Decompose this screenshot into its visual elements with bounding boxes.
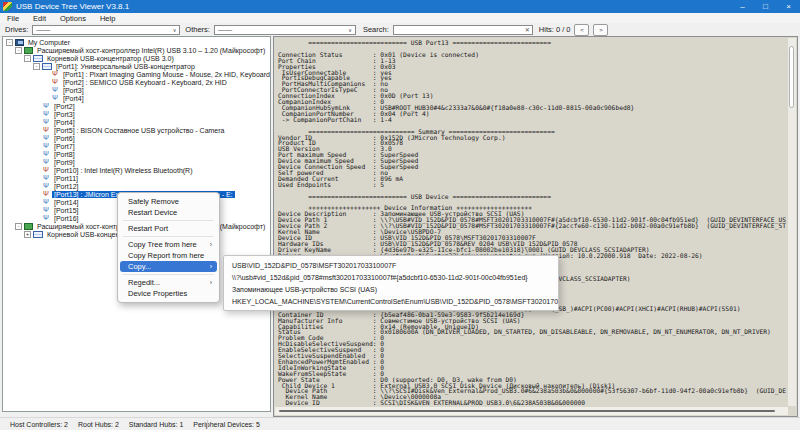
- tree-indent: [3, 106, 33, 107]
- port-off-icon: Ψ: [42, 142, 50, 150]
- menu-edit[interactable]: Edit: [26, 14, 53, 23]
- others-combobox[interactable]: —— ∨: [214, 25, 356, 35]
- tree-item-label: [Port11]: [52, 175, 80, 182]
- previous-hit-button[interactable]: <: [574, 24, 589, 36]
- context-menu-item[interactable]: Copy Tree from here›: [118, 239, 219, 250]
- context-menu-item[interactable]: Device Properties: [118, 288, 219, 299]
- minimize-button[interactable]: –: [731, 0, 754, 13]
- context-menu-item[interactable]: Restart Device: [118, 207, 219, 218]
- tree-item[interactable]: -My Computer: [3, 38, 270, 46]
- vertical-scrollbar[interactable]: [788, 38, 796, 406]
- tree-item-label: [Port6]: [52, 135, 77, 142]
- tree-item[interactable]: -Расширяемый хост-контроллер Intel(R) US…: [3, 46, 270, 54]
- context-menu-item[interactable]: Safely Remove: [118, 196, 219, 207]
- tree-item[interactable]: Ψ[Port2] : SEMICO USB Keyboard - Keyboar…: [3, 78, 270, 86]
- context-menu-item[interactable]: Regedit...›: [118, 277, 219, 288]
- tree-indent: [3, 170, 33, 171]
- tree-indent: [33, 154, 42, 155]
- tree-item[interactable]: Ψ[Port1] : Pixart Imaging Gaming Mouse -…: [3, 70, 270, 78]
- context-menu-item[interactable]: Copy...›: [120, 261, 217, 272]
- tree-item[interactable]: Ψ[Port10] : Intel Intel(R) Wireless Blue…: [3, 166, 270, 174]
- tree-expand-toggle[interactable]: +: [24, 231, 31, 238]
- hits-counter: Hits: 0 / 0: [539, 25, 571, 34]
- tree-item[interactable]: Ψ[Port2]: [3, 102, 270, 110]
- vertical-scrollbar-thumb[interactable]: [789, 46, 794, 108]
- others-label: Others:: [185, 25, 210, 34]
- context-menu-item-label: Copy Tree from here: [128, 240, 197, 249]
- tree-indent: [33, 194, 42, 195]
- tree-indent: [33, 218, 42, 219]
- context-menu-item[interactable]: Copy Report from here: [118, 250, 219, 261]
- tree-indent: [33, 114, 42, 115]
- tree-indent: [3, 130, 33, 131]
- tree-item[interactable]: Ψ[Port11]: [3, 174, 270, 182]
- tree-indent: [3, 66, 33, 67]
- tree-indent: [42, 98, 51, 99]
- copy-submenu-item[interactable]: Запоминающее USB-устройство SCSI (UAS): [224, 283, 558, 295]
- chevron-down-icon: ∨: [348, 27, 352, 33]
- search-input[interactable]: [394, 26, 523, 33]
- port-off-icon: Ψ: [42, 118, 50, 126]
- menu-file[interactable]: File: [0, 14, 26, 23]
- tree-item[interactable]: Ψ[Port4]: [3, 118, 270, 126]
- drives-combobox[interactable]: —— ∨: [32, 25, 180, 35]
- toolbar: Drives: —— ∨ Others: —— ∨ Search: ✕ Hits…: [0, 23, 800, 37]
- app-icon: [3, 2, 12, 11]
- copy-submenu-item[interactable]: HKEY_LOCAL_MACHINE\SYSTEM\CurrentControl…: [224, 295, 558, 307]
- tree-item[interactable]: Ψ[Port3]: [3, 110, 270, 118]
- status-segment: Root Hubs: 2: [78, 421, 119, 428]
- tree-item[interactable]: Ψ[Port6]: [3, 134, 270, 142]
- tree-indent: [3, 58, 24, 59]
- status-separator: [207, 420, 208, 428]
- tree-item[interactable]: Ψ[Port12]: [3, 182, 270, 190]
- tree-item[interactable]: Ψ[Port3]: [3, 86, 270, 94]
- status-segment: Peripheral Devices: 5: [193, 421, 260, 428]
- port-off-icon: Ψ: [42, 214, 50, 222]
- tree-item[interactable]: -[Port1]: Универсальный USB-концентратор: [3, 62, 270, 70]
- tree-indent: [33, 146, 42, 147]
- clear-search-icon[interactable]: ✕: [523, 26, 532, 33]
- tree-item-label: [Port9]: [52, 159, 77, 166]
- menu-options[interactable]: Options: [53, 14, 93, 23]
- tree-indent: [33, 186, 42, 187]
- tree-expand-toggle[interactable]: -: [33, 63, 40, 70]
- copy-submenu-item[interactable]: USB\VID_152D&PID_0578\MSFT30201703310007…: [224, 259, 558, 271]
- port-off-icon: Ψ: [51, 94, 59, 102]
- tree-expand-toggle[interactable]: -: [6, 39, 13, 46]
- port-on-icon: Ψ: [51, 70, 59, 78]
- tree-item[interactable]: Ψ[Port7]: [3, 142, 270, 150]
- horizontal-scrollbar[interactable]: [275, 407, 788, 415]
- port-on-icon: Ψ: [51, 78, 59, 86]
- tree-item[interactable]: -Корневой USB-концентратор (USB 3.0): [3, 54, 270, 62]
- port-off-icon: Ψ: [42, 174, 50, 182]
- context-menu-item[interactable]: Restart Port: [118, 223, 219, 234]
- submenu-arrow-icon: ›: [210, 241, 212, 248]
- copy-submenu-item[interactable]: \\?\usb#vid_152d&pid_0578#msft3020170331…: [224, 271, 558, 283]
- next-hit-button[interactable]: >: [593, 24, 608, 36]
- tree-item[interactable]: Ψ[Port4]: [3, 94, 270, 102]
- horizontal-scrollbar-thumb[interactable]: [279, 410, 775, 412]
- tree-item[interactable]: Ψ[Port5] : BISON Составное USB устройств…: [3, 126, 270, 134]
- tree-item-label: [Port2]: [52, 103, 77, 110]
- tree-expand-toggle[interactable]: -: [15, 47, 22, 54]
- chevron-down-icon: ∨: [173, 27, 177, 33]
- tree-expand-toggle[interactable]: -: [24, 55, 31, 62]
- status-segment: Standard Hubs: 1: [129, 421, 183, 428]
- controller-icon: [24, 47, 33, 54]
- port-off-icon: Ψ: [42, 158, 50, 166]
- menu-help[interactable]: Help: [93, 14, 122, 23]
- drives-label: Drives:: [5, 25, 28, 34]
- menu-separator: [123, 220, 214, 221]
- tree-item[interactable]: Ψ[Port8]: [3, 150, 270, 158]
- close-button[interactable]: ×: [777, 0, 800, 13]
- tree-item[interactable]: Ψ[Port9]: [3, 158, 270, 166]
- tree-indent: [3, 74, 42, 75]
- hub-icon: [33, 55, 43, 62]
- port-off-icon: Ψ: [42, 150, 50, 158]
- submenu-arrow-icon: ›: [210, 279, 212, 286]
- tree-expand-toggle[interactable]: -: [15, 223, 22, 230]
- port-off-icon: Ψ: [42, 182, 50, 190]
- port-off-icon: Ψ: [42, 102, 50, 110]
- tree-indent: [3, 234, 24, 235]
- maximize-button[interactable]: □: [754, 0, 777, 13]
